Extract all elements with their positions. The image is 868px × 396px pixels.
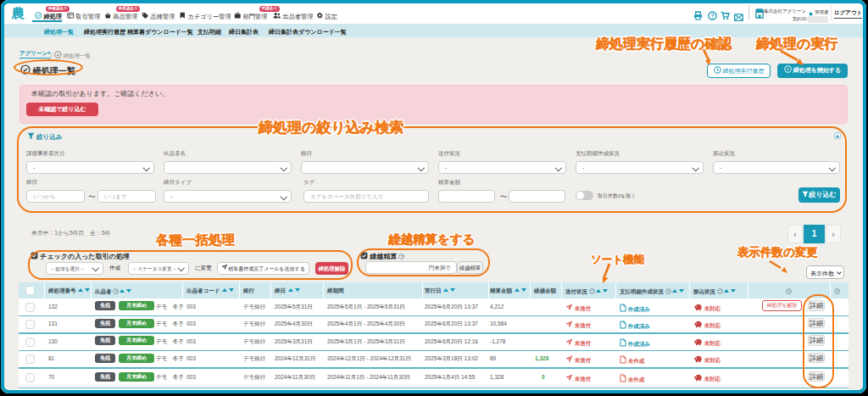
svg-text:?: ?: [710, 13, 714, 19]
